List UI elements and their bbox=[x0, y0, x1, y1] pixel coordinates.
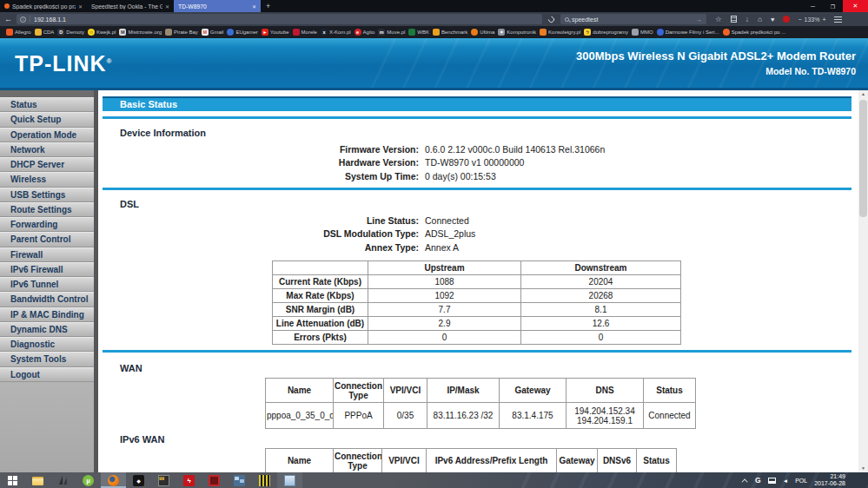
network-icon[interactable] bbox=[768, 478, 776, 484]
sidebar-item[interactable]: USB Settings bbox=[0, 188, 94, 202]
sidebar-item[interactable]: Diagnostic bbox=[0, 337, 94, 352]
new-tab-button[interactable]: + bbox=[261, 0, 275, 12]
model-number: Model No. TD-W8970 bbox=[576, 66, 856, 76]
taskbar-clock[interactable]: 21:49 2017-06-28 bbox=[814, 473, 845, 487]
tplink-header: TP-LINK® 300Mbps Wireless N Gigabit ADSL… bbox=[0, 38, 868, 90]
bookmarks-bar: Allegro CDA D Demoty ☺ Kwejk.pl M Mistrz… bbox=[0, 26, 868, 38]
minimize-button[interactable]: ─ bbox=[803, 0, 823, 12]
bookmark-item[interactable]: ▸ Youtube bbox=[260, 29, 291, 36]
bookmark-favicon bbox=[657, 29, 664, 36]
bookmark-item[interactable]: WBK bbox=[407, 29, 431, 36]
bookmark-item[interactable]: Ultima bbox=[469, 29, 496, 36]
home-icon[interactable]: ⌂ bbox=[758, 15, 762, 23]
bookmark-item[interactable]: ☺ Kwejk.pl bbox=[86, 29, 117, 36]
scroll-down-icon[interactable]: ▼ bbox=[858, 465, 868, 472]
search-bar[interactable]: speedtest → bbox=[560, 14, 706, 24]
bookmark-item[interactable]: MMO bbox=[630, 29, 655, 36]
logitech-g-icon[interactable]: G bbox=[755, 476, 761, 485]
sidebar-item[interactable]: DHCP Server bbox=[0, 157, 94, 172]
speaker-icon[interactable]: ◄ bbox=[783, 478, 788, 484]
sidebar-item[interactable]: IPv6 Tunnel bbox=[0, 277, 94, 292]
info-row: DSL Modulation Type: ADSL_2plus bbox=[98, 228, 854, 241]
bookmark-item[interactable]: Morele bbox=[291, 29, 319, 36]
bookmark-item[interactable]: m Muve.pl bbox=[376, 29, 407, 36]
page-viewport: TP-LINK® 300Mbps Wireless N Gigabit ADSL… bbox=[0, 38, 868, 472]
tab-close-icon[interactable]: ✕ bbox=[78, 3, 83, 10]
info-row: System Up Time: 0 day(s) 00:15:53 bbox=[98, 169, 854, 183]
zoom-level[interactable]: 133% bbox=[805, 16, 820, 23]
downloads-icon[interactable]: ↓ bbox=[745, 15, 749, 23]
site-info-icon[interactable]: i bbox=[20, 16, 26, 23]
sidebar-item[interactable]: Parent Control bbox=[0, 232, 94, 247]
tab-spadek[interactable]: Spadek prędkości po przeci ✕ bbox=[0, 0, 87, 12]
bookmark-favicon: D bbox=[57, 29, 64, 36]
close-button[interactable]: ✕ bbox=[843, 0, 868, 12]
bookmark-favicon: ✦ bbox=[498, 29, 505, 36]
bookmark-item[interactable]: EUgamer bbox=[225, 29, 259, 36]
windows-taskbar: µ ◆ 99 ϟ G ◄ POL bbox=[0, 472, 868, 488]
scroll-up-icon[interactable]: ▲ bbox=[858, 90, 868, 98]
bookmark-item[interactable]: M Gmail bbox=[200, 29, 226, 36]
bookmark-item[interactable]: Allegro bbox=[4, 29, 33, 36]
sidebar-item[interactable]: Quick Setup bbox=[0, 112, 94, 127]
bookmark-favicon bbox=[471, 29, 478, 36]
zoom-in-button[interactable]: + bbox=[822, 16, 825, 23]
bookmarks-panel-icon[interactable] bbox=[731, 16, 737, 23]
scrollbar-thumb[interactable] bbox=[859, 100, 867, 217]
section-wan: WAN bbox=[120, 363, 142, 373]
tab-speedtest[interactable]: Speedtest by Ookla - The G ✕ bbox=[87, 0, 174, 12]
sidebar-item[interactable]: Dynamic DNS bbox=[0, 322, 94, 337]
file-explorer-icon bbox=[32, 477, 43, 485]
zoom-out-button[interactable]: − bbox=[798, 16, 801, 23]
back-button[interactable]: ← bbox=[4, 15, 12, 23]
browser-tab-bar: Spadek prędkości po przeci ✕ Speedtest b… bbox=[0, 0, 868, 12]
sidebar-item[interactable]: Operation Mode bbox=[0, 128, 94, 142]
sidebar-item[interactable]: System Tools bbox=[0, 352, 94, 366]
tplink-logo: TP-LINK® bbox=[15, 51, 113, 76]
sidebar-item[interactable]: Forwarding bbox=[0, 217, 94, 232]
bookmark-favicon bbox=[227, 29, 234, 36]
bookmark-item[interactable]: ϟ dobreprogramy bbox=[582, 29, 630, 36]
bookmark-item[interactable]: ✦ Komputronik bbox=[496, 29, 538, 36]
tab-close-icon[interactable]: ✕ bbox=[165, 3, 169, 10]
info-row: Line Status: Connected bbox=[98, 214, 854, 228]
tab-td-w8970[interactable]: TD-W8970 ✕ bbox=[174, 0, 261, 12]
bookmark-item[interactable]: Konsoleigry.pl bbox=[538, 29, 582, 36]
bookmark-item[interactable]: CDA bbox=[33, 29, 56, 36]
pocket-icon[interactable]: ♥ bbox=[771, 16, 774, 23]
restore-button[interactable]: ❐ bbox=[823, 0, 843, 12]
bookmark-item[interactable]: Darmowe Filmy i Seri... bbox=[655, 29, 721, 36]
bookmark-favicon: M bbox=[202, 29, 209, 36]
sidebar-item[interactable]: IP & MAC Binding bbox=[0, 307, 94, 322]
url-bar[interactable]: i 192.168.1.1 bbox=[17, 14, 542, 24]
bookmark-favicon bbox=[35, 29, 42, 36]
bookmark-item[interactable]: Pirate Bay bbox=[163, 29, 200, 36]
bookmark-star-icon[interactable]: ☆ bbox=[715, 15, 722, 23]
tab-close-icon[interactable]: ✕ bbox=[252, 3, 256, 10]
language-indicator[interactable]: POL bbox=[795, 478, 807, 484]
browser-nav-bar: ← i 192.168.1.1 speedtest → ☆ ↓ ⌂ ♥ − 13… bbox=[0, 12, 868, 26]
page-scrollbar[interactable]: ▲ ▼ bbox=[858, 90, 868, 472]
bookmark-item[interactable]: M Mistrzowie.org bbox=[117, 29, 163, 36]
sidebar-item[interactable]: Firewall bbox=[0, 247, 94, 262]
sidebar-item[interactable]: Network bbox=[0, 142, 94, 157]
bookmark-item[interactable]: e Agito bbox=[353, 29, 377, 36]
sidebar-item[interactable]: Logout bbox=[0, 367, 94, 382]
bookmark-item[interactable]: Spadek prędkości po ... bbox=[721, 29, 788, 36]
bookmark-item[interactable]: x X-Kom.pl bbox=[319, 29, 353, 36]
sidebar-item[interactable]: Route Settings bbox=[0, 202, 94, 217]
reload-button[interactable] bbox=[547, 15, 556, 23]
url-text: 192.168.1.1 bbox=[34, 16, 66, 23]
tray-expand-icon[interactable] bbox=[742, 478, 748, 485]
bookmark-item[interactable]: D Demoty bbox=[56, 29, 86, 36]
sidebar-item[interactable]: Status bbox=[0, 97, 94, 112]
sidebar-item[interactable]: Wireless bbox=[0, 172, 94, 187]
sidebar-item[interactable]: IPv6 Firewall bbox=[0, 262, 94, 277]
bookmark-favicon bbox=[540, 29, 547, 36]
menu-icon[interactable] bbox=[834, 16, 842, 23]
info-row: Annex Type: Annex A bbox=[98, 241, 854, 254]
bookmark-item[interactable]: Benchmark bbox=[431, 29, 469, 36]
adblock-icon[interactable] bbox=[783, 16, 790, 23]
sidebar-item[interactable]: Bandwidth Control bbox=[0, 292, 94, 307]
search-go-icon[interactable]: → bbox=[696, 16, 702, 23]
